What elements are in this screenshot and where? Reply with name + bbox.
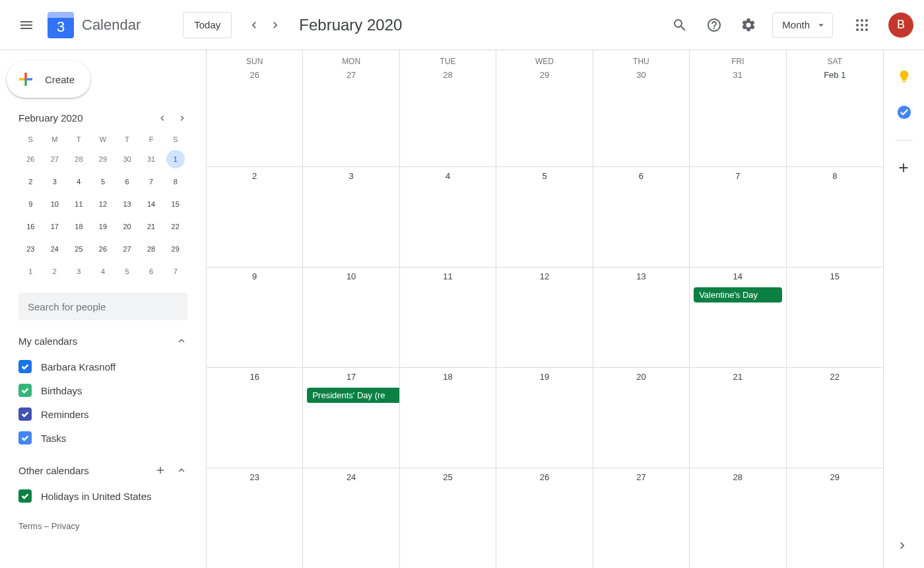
mini-day[interactable]: 7 xyxy=(166,262,185,281)
mini-day[interactable]: 9 xyxy=(21,195,40,213)
calendar-item[interactable]: Reminders xyxy=(18,402,187,426)
calendar-item[interactable]: Holidays in United States xyxy=(18,484,187,508)
mini-day[interactable]: 28 xyxy=(69,150,88,168)
day-cell[interactable]: 10 xyxy=(303,267,399,367)
day-cell[interactable]: 24 xyxy=(303,468,399,568)
collapse-panel-button[interactable] xyxy=(896,539,909,555)
mini-day[interactable]: 11 xyxy=(69,195,88,213)
day-cell[interactable]: 27 xyxy=(303,66,399,166)
day-cell[interactable]: Feb 1 xyxy=(787,66,883,166)
mini-day[interactable]: 25 xyxy=(69,240,88,258)
calendar-item[interactable]: Barbara Krasnoff xyxy=(18,355,187,378)
day-cell[interactable]: 15 xyxy=(787,267,883,367)
mini-day[interactable]: 1 xyxy=(21,262,40,281)
calendar-checkbox[interactable] xyxy=(18,431,32,444)
day-cell[interactable]: 29 xyxy=(496,66,593,166)
other-calendars-toggle[interactable]: Other calendars xyxy=(18,464,187,476)
day-cell[interactable]: 18 xyxy=(400,368,496,468)
day-cell[interactable]: 14Valentine's Day xyxy=(690,267,786,367)
mini-day[interactable]: 3 xyxy=(46,172,64,191)
mini-day[interactable]: 31 xyxy=(142,150,160,168)
mini-day[interactable]: 21 xyxy=(142,217,160,236)
day-cell[interactable]: 28 xyxy=(690,468,786,568)
mini-day[interactable]: 7 xyxy=(142,172,160,191)
mini-day[interactable]: 22 xyxy=(166,217,185,236)
day-cell[interactable]: 6 xyxy=(593,167,690,267)
mini-next-button[interactable] xyxy=(177,113,187,124)
day-cell[interactable]: 25 xyxy=(400,468,496,568)
next-month-button[interactable] xyxy=(265,15,286,36)
day-cell[interactable]: 13 xyxy=(593,267,690,367)
mini-day[interactable]: 10 xyxy=(46,195,64,213)
mini-day[interactable]: 2 xyxy=(21,172,40,191)
help-button[interactable] xyxy=(700,11,729,40)
prev-month-button[interactable] xyxy=(244,15,265,36)
mini-day[interactable]: 23 xyxy=(21,240,40,258)
terms-link[interactable]: Terms xyxy=(18,521,42,531)
day-cell[interactable]: 30 xyxy=(593,66,690,166)
mini-day[interactable]: 24 xyxy=(46,240,64,258)
day-cell[interactable]: 28 xyxy=(400,66,496,166)
day-cell[interactable]: 8 xyxy=(787,167,883,267)
mini-day[interactable]: 12 xyxy=(94,195,112,213)
day-cell[interactable]: 20 xyxy=(593,368,690,468)
mini-day[interactable]: 5 xyxy=(94,172,112,191)
google-apps-button[interactable] xyxy=(849,12,875,38)
day-cell[interactable]: 12 xyxy=(496,267,593,367)
mini-day[interactable]: 16 xyxy=(21,217,40,236)
day-cell[interactable]: 29 xyxy=(787,468,883,568)
day-cell[interactable]: 4 xyxy=(400,167,496,267)
my-calendars-toggle[interactable]: My calendars xyxy=(18,335,187,347)
today-button[interactable]: Today xyxy=(183,12,232,38)
mini-day[interactable]: 5 xyxy=(118,262,137,281)
mini-day[interactable]: 8 xyxy=(166,172,185,191)
calendar-checkbox[interactable] xyxy=(18,384,32,397)
people-search-input[interactable] xyxy=(18,293,187,320)
day-cell[interactable]: 22 xyxy=(787,368,883,468)
mini-day[interactable]: 26 xyxy=(94,240,112,258)
add-on-button[interactable] xyxy=(896,160,912,176)
day-cell[interactable]: 27 xyxy=(593,468,690,568)
day-cell[interactable]: 7 xyxy=(690,167,786,267)
day-cell[interactable]: 9 xyxy=(207,267,303,367)
calendar-checkbox[interactable] xyxy=(18,408,32,421)
calendar-logo[interactable]: 3 xyxy=(48,12,74,38)
calendar-checkbox[interactable] xyxy=(18,360,32,373)
privacy-link[interactable]: Privacy xyxy=(51,521,80,531)
mini-day[interactable]: 15 xyxy=(166,195,185,213)
day-cell[interactable]: 26 xyxy=(207,66,303,166)
mini-prev-button[interactable] xyxy=(157,113,168,124)
day-cell[interactable]: 26 xyxy=(496,468,593,568)
mini-day[interactable]: 3 xyxy=(69,262,88,281)
mini-day[interactable]: 6 xyxy=(118,172,137,191)
account-avatar[interactable]: B xyxy=(888,13,913,38)
calendar-item[interactable]: Birthdays xyxy=(18,378,187,402)
mini-day[interactable]: 27 xyxy=(118,240,137,258)
day-cell[interactable]: 3 xyxy=(303,167,399,267)
day-cell[interactable]: 31 xyxy=(690,66,786,166)
mini-day[interactable]: 4 xyxy=(94,262,112,281)
create-button[interactable]: Create xyxy=(7,61,90,98)
day-cell[interactable]: 2 xyxy=(207,167,303,267)
mini-day[interactable]: 29 xyxy=(94,150,112,168)
mini-day[interactable]: 17 xyxy=(46,217,64,236)
mini-day[interactable]: 29 xyxy=(166,240,185,258)
calendar-item[interactable]: Tasks xyxy=(18,426,187,450)
mini-day[interactable]: 30 xyxy=(118,150,137,168)
calendar-checkbox[interactable] xyxy=(18,489,32,503)
search-button[interactable] xyxy=(665,11,694,40)
add-calendar-button[interactable] xyxy=(154,464,166,476)
mini-day[interactable]: 6 xyxy=(142,262,160,281)
settings-button[interactable] xyxy=(734,11,763,40)
mini-day[interactable]: 28 xyxy=(142,240,160,258)
mini-day[interactable]: 19 xyxy=(94,217,112,236)
day-cell[interactable]: 16 xyxy=(207,368,303,468)
day-cell[interactable]: 5 xyxy=(496,167,593,267)
mini-day[interactable]: 20 xyxy=(118,217,137,236)
mini-day[interactable]: 1 xyxy=(166,150,185,168)
mini-day[interactable]: 13 xyxy=(118,195,137,213)
view-select[interactable]: Month xyxy=(772,13,833,38)
mini-day[interactable]: 27 xyxy=(46,150,64,168)
mini-day[interactable]: 18 xyxy=(69,217,88,236)
mini-day[interactable]: 4 xyxy=(69,172,88,191)
